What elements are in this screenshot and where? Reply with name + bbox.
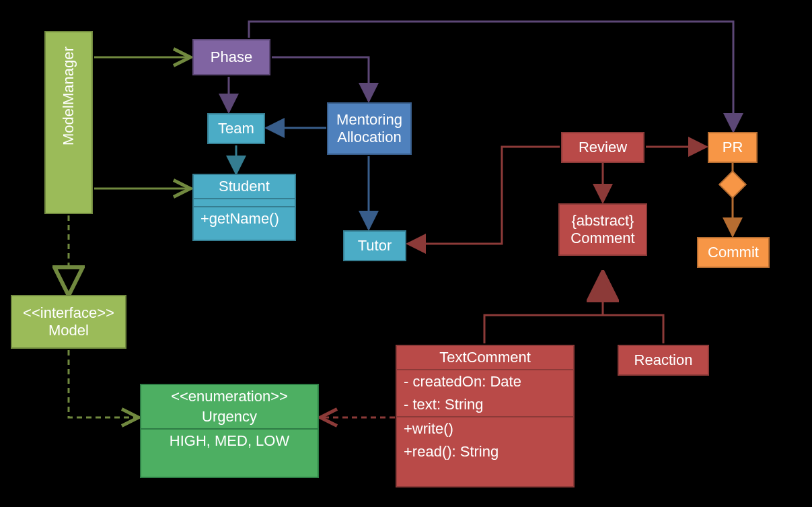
node-comment: {abstract} Comment	[558, 203, 647, 256]
node-team: Team	[207, 113, 265, 144]
textcomment-m1: +write()	[397, 417, 573, 440]
node-student: Student +getName()	[192, 174, 296, 241]
commit-label: Commit	[698, 244, 768, 261]
svg-rect-0	[719, 171, 746, 198]
phase-label: Phase	[194, 48, 269, 66]
urgency-values: HIGH, MED, LOW	[141, 430, 318, 452]
node-reaction: Reaction	[618, 345, 709, 376]
review-label: Review	[562, 139, 643, 156]
model-name: Model	[12, 322, 125, 339]
node-urgency: <<enumeration>> Urgency HIGH, MED, LOW	[140, 384, 319, 478]
mentoring-label1: Mentoring	[328, 111, 410, 129]
reaction-label: Reaction	[619, 351, 708, 369]
urgency-stereotype: <<enumeration>>	[141, 385, 318, 408]
urgency-name: Urgency	[141, 408, 318, 428]
node-modelmanager: ModelManager	[44, 31, 93, 214]
node-review: Review	[561, 132, 644, 163]
textcomment-attr1: - createdOn: Date	[397, 370, 573, 393]
student-name: Student	[194, 175, 295, 198]
comment-abstract: {abstract}	[560, 212, 646, 230]
node-model: <<interface>> Model	[11, 295, 126, 349]
node-commit: Commit	[697, 237, 770, 268]
textcomment-m2: +read(): String	[397, 440, 573, 463]
textcomment-name: TextComment	[397, 346, 573, 369]
student-method: +getName()	[194, 207, 295, 230]
node-phase: Phase	[192, 39, 270, 75]
node-tutor: Tutor	[343, 230, 406, 261]
pr-label: PR	[709, 139, 756, 156]
node-pr: PR	[708, 132, 758, 163]
modelmanager-label: ModelManager	[60, 100, 77, 145]
comment-name: Comment	[560, 230, 646, 247]
mentoring-label2: Allocation	[328, 129, 410, 146]
model-stereotype: <<interface>>	[12, 304, 125, 322]
tutor-label: Tutor	[344, 237, 405, 255]
team-label: Team	[209, 120, 264, 137]
textcomment-attr2: - text: String	[397, 393, 573, 416]
node-textcomment: TextComment - createdOn: Date - text: St…	[396, 345, 575, 487]
node-mentoring: Mentoring Allocation	[327, 102, 412, 155]
